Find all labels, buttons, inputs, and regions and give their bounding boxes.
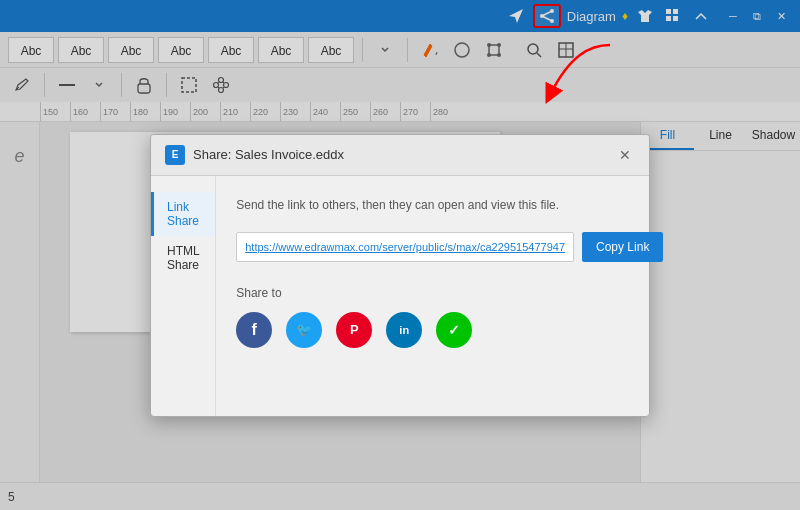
dialog-content: Send the link to others, then they can o… [216,176,683,416]
linkedin-icon: in [399,324,409,336]
sidebar-item-link-share[interactable]: Link Share [151,192,215,236]
link-row: https://www.edrawmax.com/server/public/s… [236,232,663,262]
sidebar-item-html-share[interactable]: HTML Share [151,236,215,280]
dialog-header-left: E Share: Sales Invoice.eddx [165,145,344,165]
link-url-display[interactable]: https://www.edrawmax.com/server/public/s… [236,232,574,262]
twitter-icon: 🐦 [296,322,312,337]
line-share-button[interactable]: ✓ [436,312,472,348]
dialog-sidebar: Link Share HTML Share [151,176,216,416]
dialog-overlay: E Share: Sales Invoice.eddx ✕ Link Share… [0,0,800,510]
copy-link-button[interactable]: Copy Link [582,232,663,262]
dialog-logo: E [165,145,185,165]
facebook-share-button[interactable]: f [236,312,272,348]
share-to-label: Share to [236,286,663,300]
dialog-title: Share: Sales Invoice.eddx [193,147,344,162]
dialog-description: Send the link to others, then they can o… [236,196,663,214]
social-icons-row: f 🐦 P in ✓ [236,312,663,348]
facebook-icon: f [252,321,257,339]
share-dialog: E Share: Sales Invoice.eddx ✕ Link Share… [150,134,650,417]
dialog-header: E Share: Sales Invoice.eddx ✕ [151,135,649,176]
twitter-share-button[interactable]: 🐦 [286,312,322,348]
pinterest-share-button[interactable]: P [336,312,372,348]
line-icon: ✓ [448,322,460,338]
dialog-close-button[interactable]: ✕ [615,145,635,165]
linkedin-share-button[interactable]: in [386,312,422,348]
dialog-body: Link Share HTML Share Send the link to o… [151,176,649,416]
pinterest-icon: P [350,322,359,337]
